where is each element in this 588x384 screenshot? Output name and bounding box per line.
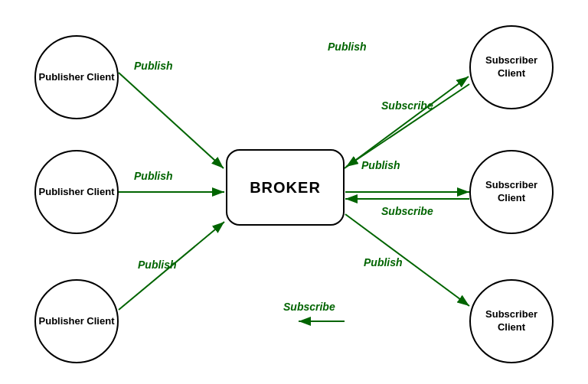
svg-line-2	[345, 76, 469, 168]
publish-label-3: Publish	[134, 170, 173, 182]
publish-label-6: Publish	[364, 256, 403, 268]
publish-label-4: Publish	[361, 159, 400, 171]
broker-box: BROKER	[226, 149, 345, 226]
svg-line-3	[346, 84, 469, 167]
svg-line-1	[119, 73, 224, 168]
publisher-client-2: Publisher Client	[34, 150, 119, 234]
publish-label-1: Publish	[134, 60, 173, 72]
subscribe-label-2: Subscribe	[381, 205, 433, 217]
publish-label-2: Publish	[328, 41, 367, 53]
subscribe-label-1: Subscribe	[381, 99, 433, 112]
publisher-client-3: Publisher Client	[34, 279, 119, 363]
subscriber-client-3: Subscriber Client	[469, 279, 554, 363]
publish-label-5: Publish	[138, 259, 177, 271]
diagram-container: Publisher Client Publisher Client Publis…	[0, 0, 588, 384]
publisher-client-1: Publisher Client	[34, 35, 119, 119]
subscriber-client-2: Subscriber Client	[469, 150, 554, 234]
subscribe-label-3: Subscribe	[283, 301, 335, 313]
subscriber-client-1: Subscriber Client	[469, 25, 554, 109]
